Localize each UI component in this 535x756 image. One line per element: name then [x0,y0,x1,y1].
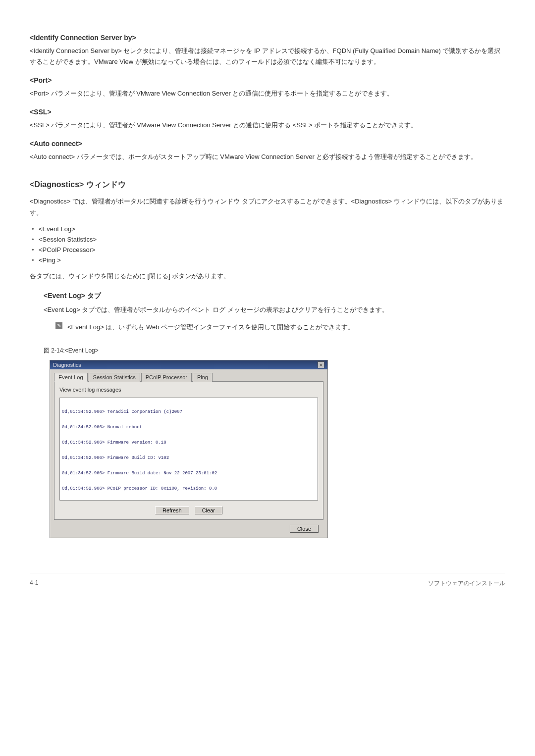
close-button[interactable]: Close [290,525,319,533]
log-line: 0d,01:34:52.906> PCoIP processor ID: 0x1… [62,486,316,491]
list-item: <PCoIP Processor> [39,246,505,253]
diagnostics-dialog: Diagnostics × Event Log Session Statisti… [50,360,328,538]
log-line: 0d,01:34:52.906> Firmware Build date: No… [62,471,316,476]
heading-auto: <Auto connect> [30,140,505,148]
clear-button[interactable]: Clear [195,506,222,514]
heading-identify: <Identify Connection Server by> [30,34,505,42]
para-auto: <Auto connect> パラメータでは、ポータルがスタートアップ時に VM… [30,151,505,162]
log-line: 0d,01:34:52.906> Normal reboot [62,425,316,430]
list-item: <Event Log> [39,225,505,233]
para-diag-after: 各タブには、ウィンドウを閉じるために [閉じる] ボタンがあります。 [30,271,505,282]
diag-bullets: <Event Log> <Session Statistics> <PCoIP … [30,225,505,264]
para-eventlog: <Event Log> タブでは、管理者がポータルからのイベント ログ メッセー… [44,304,505,315]
heading-diagnostics: <Diagnostics> ウィンドウ [30,180,505,190]
page-number: 4-1 [30,579,38,588]
tab-ping[interactable]: Ping [193,373,213,382]
footer-title: ソフトウェアのインストール [428,579,505,588]
dialog-title: Diagnostics [53,362,81,368]
figure-caption: 図 2-14:<Event Log> [44,347,505,355]
note-icon: ✎ [55,322,62,329]
tab-pcoip-processor[interactable]: PCoIP Processor [141,373,192,382]
list-item: <Session Statistics> [39,236,505,243]
para-ssl: <SSL> パラメータにより、管理者が VMware View Connecti… [30,120,505,131]
event-log-box[interactable]: 0d,01:34:52.906> Teradici Corporation (c… [59,398,318,501]
log-line: 0d,01:34:52.906> Firmware Build ID: v102 [62,455,316,460]
para-identify: <Identify Connection Server by> セレクタにより、… [30,46,505,67]
log-line: 0d,01:34:52.906> Firmware version: 0.18 [62,440,316,445]
para-diag-intro: <Diagnostics> では、管理者がポータルに関連する診断を行うウィンドウ… [30,196,505,218]
note-text: <Event Log> は、いずれも Web ページ管理インターフェイスを使用し… [67,322,354,333]
list-item: <Ping > [39,256,505,264]
tab-session-statistics[interactable]: Session Statistics [89,373,140,382]
heading-port: <Port> [30,76,505,84]
refresh-button[interactable]: Refresh [155,506,189,514]
heading-ssl: <SSL> [30,108,505,116]
log-line: 0d,01:34:52.906> Teradici Corporation (c… [62,409,316,414]
footer-divider [30,573,505,573]
close-icon[interactable]: × [318,361,324,368]
dialog-tabs: Event Log Session Statistics PCoIP Proce… [54,372,323,382]
para-port: <Port> パラメータにより、管理者が VMware View Connect… [30,88,505,99]
tab-event-log[interactable]: Event Log [54,373,88,382]
view-label: View event log messages [59,387,318,393]
heading-eventlog: <Event Log> タブ [44,292,505,301]
